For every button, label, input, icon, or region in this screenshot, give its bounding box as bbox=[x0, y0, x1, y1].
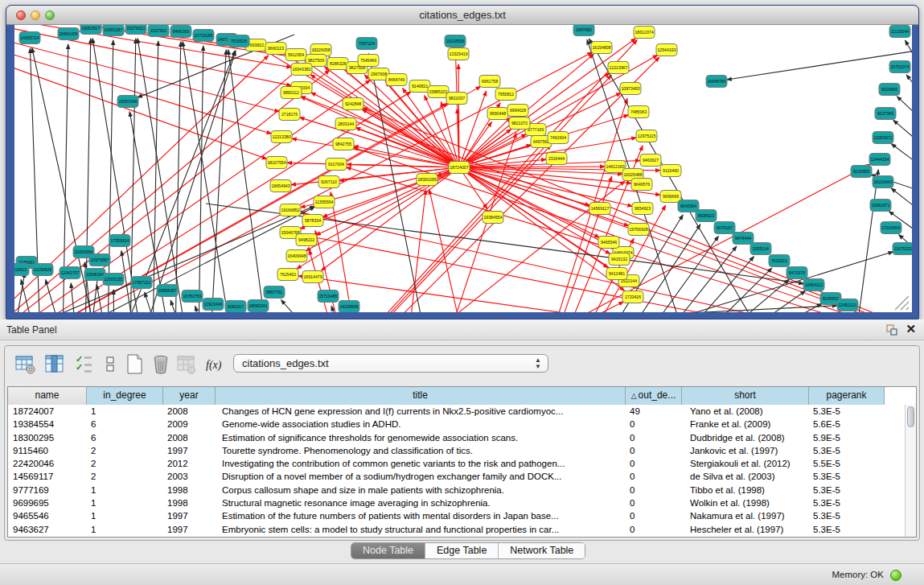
graph-node[interactable]: 15885201 bbox=[428, 86, 449, 98]
graph-node[interactable]: 7632621 bbox=[769, 255, 790, 267]
table-row[interactable]: 977716911998Corpus callosum shape and si… bbox=[8, 484, 905, 496]
table-row[interactable]: 946554611997Estimation of the future num… bbox=[8, 509, 905, 522]
graph-node[interactable]: 9660123 bbox=[265, 43, 286, 55]
graph-edge[interactable] bbox=[281, 300, 322, 312]
graph-edge[interactable] bbox=[211, 50, 226, 312]
graph-node[interactable]: 16648784 bbox=[706, 76, 727, 88]
table-settings-icon[interactable] bbox=[13, 352, 39, 377]
graph-edge[interactable] bbox=[228, 50, 267, 312]
graph-node[interactable]: 18612074 bbox=[634, 27, 655, 39]
graph-node[interactable]: 15751074 bbox=[889, 61, 910, 73]
graph-node[interactable]: 17016504 bbox=[881, 222, 901, 234]
table-scrollbar[interactable] bbox=[905, 405, 916, 537]
graph-node[interactable]: 9842755 bbox=[333, 138, 354, 150]
graph-node[interactable]: 7955812 bbox=[495, 89, 516, 101]
graph-node[interactable]: 8471676 bbox=[786, 267, 807, 279]
delete-table-icon[interactable] bbox=[148, 352, 174, 377]
network-canvas[interactable]: 7663822966012359129541822605898275091654… bbox=[14, 25, 912, 312]
graph-node[interactable]: 9890112 bbox=[281, 87, 302, 99]
graph-node[interactable]: 9227343 bbox=[875, 108, 896, 120]
column-header-pagerank[interactable]: pagerank bbox=[809, 387, 885, 405]
graph-node[interactable]: 18090341 bbox=[248, 300, 269, 312]
graph-node[interactable]: 18107554 bbox=[266, 157, 287, 169]
graph-node[interactable]: 10719185 bbox=[193, 30, 214, 42]
table-row[interactable]: 1872400712008Changes of HCN gene express… bbox=[8, 405, 905, 418]
window-titlebar[interactable]: citations_edges.txt bbox=[6, 6, 918, 25]
graph-node[interactable]: 11355594 bbox=[314, 196, 335, 208]
graph-node[interactable]: 19958187 bbox=[157, 285, 178, 297]
graph-node[interactable]: 9821072 bbox=[509, 117, 530, 130]
graph-node[interactable]: 9654923 bbox=[632, 203, 653, 215]
column-header-out_de[interactable]: △out_de... bbox=[626, 387, 682, 405]
table-row[interactable]: 1456911722003Disruption of a novel membe… bbox=[8, 470, 905, 483]
graph-node[interactable]: 7957224 bbox=[356, 38, 377, 50]
graph-node[interactable]: 8215955 bbox=[851, 166, 872, 178]
graph-node[interactable]: 9699695 bbox=[660, 191, 681, 203]
table-scrollbar-thumb[interactable] bbox=[907, 406, 914, 427]
graph-edge[interactable] bbox=[906, 75, 912, 101]
graph-node[interactable]: 7545466 bbox=[358, 55, 379, 67]
graph-edge[interactable] bbox=[429, 190, 499, 312]
graph-node[interactable]: 15276021 bbox=[125, 25, 146, 35]
graph-edge[interactable] bbox=[199, 46, 203, 312]
graph-edge[interactable] bbox=[891, 188, 912, 216]
attribute-batch-icon[interactable]: ✓✓ bbox=[72, 352, 98, 377]
graph-node[interactable]: 11675331 bbox=[893, 243, 912, 255]
graph-node[interactable]: 9117004 bbox=[326, 159, 347, 171]
graph-node[interactable]: 9474444 bbox=[733, 233, 754, 245]
graph-node[interactable]: 14569117 bbox=[589, 203, 610, 215]
canvas-resize-handle[interactable] bbox=[895, 296, 909, 310]
graph-node[interactable]: 9267110 bbox=[318, 176, 339, 188]
graph-node[interactable]: 9242848 bbox=[343, 98, 363, 110]
column-header-in_degree[interactable]: in_degree bbox=[87, 387, 163, 405]
column-header-name[interactable]: name bbox=[8, 387, 87, 405]
table-source-dropdown[interactable]: citations_edges.txt ▲▼ bbox=[233, 354, 548, 373]
graph-node[interactable]: 8454749 bbox=[386, 74, 407, 86]
graph-node[interactable]: 1733426 bbox=[622, 291, 643, 303]
graph-node[interactable]: 3919913 bbox=[14, 264, 29, 276]
graph-node[interactable]: 13325419 bbox=[448, 48, 469, 60]
graph-node[interactable]: 18300295 bbox=[417, 174, 437, 186]
table-row[interactable]: 1938455462009Genome-wide association stu… bbox=[8, 418, 905, 431]
graph-node[interactable]: 1527602 bbox=[148, 25, 169, 37]
graph-node[interactable]: 9329966 bbox=[879, 84, 900, 96]
graph-node[interactable]: 2935114 bbox=[750, 243, 771, 255]
graph-node[interactable]: 2718176 bbox=[279, 109, 300, 121]
graph-edge[interactable] bbox=[299, 117, 459, 167]
column-header-year[interactable]: year bbox=[163, 387, 216, 405]
graph-node[interactable]: 6961758 bbox=[479, 76, 500, 88]
graph-node[interactable]: 9857791 bbox=[264, 286, 285, 299]
graph-node[interactable]: 16782759 bbox=[182, 290, 203, 303]
graph-node[interactable]: 9498222 bbox=[296, 234, 317, 246]
graph-node[interactable]: 8938923 bbox=[696, 210, 717, 222]
graph-edge[interactable] bbox=[108, 40, 113, 312]
graph-node[interactable]: 29053346 bbox=[117, 96, 138, 108]
graph-node[interactable]: 14238695 bbox=[339, 301, 359, 313]
graph-node[interactable]: 10973493 bbox=[620, 83, 641, 95]
graph-edge[interactable] bbox=[14, 103, 448, 312]
graph-node[interactable]: 16914479 bbox=[302, 271, 323, 283]
close-panel-icon[interactable]: ✕ bbox=[906, 322, 916, 336]
graph-node[interactable]: 8466160 bbox=[170, 26, 191, 38]
table-row[interactable]: 2242004622012Investigating the contribut… bbox=[8, 457, 905, 470]
graph-node[interactable]: 7515526 bbox=[228, 35, 249, 47]
graph-edge[interactable] bbox=[331, 192, 387, 312]
graph-node[interactable]: 9640954 bbox=[678, 200, 699, 212]
graph-edge[interactable] bbox=[692, 268, 772, 312]
graph-node[interactable]: 16154808 bbox=[591, 42, 612, 54]
column-header-short[interactable]: short bbox=[682, 387, 809, 405]
function-builder-icon[interactable]: f(x) bbox=[203, 352, 228, 377]
graph-node[interactable]: 9415132 bbox=[609, 253, 630, 266]
row-tools-icon[interactable] bbox=[98, 352, 124, 377]
graph-edge[interactable] bbox=[387, 190, 425, 312]
graph-node[interactable]: 19756928 bbox=[628, 224, 649, 236]
tab-edge-table[interactable]: Edge Table bbox=[425, 543, 499, 558]
graph-edge[interactable] bbox=[113, 290, 114, 312]
graph-node[interactable]: 10975887 bbox=[89, 254, 110, 266]
graph-node[interactable]: 10655287 bbox=[103, 25, 124, 36]
graph-node[interactable]: 7625402 bbox=[277, 269, 298, 281]
graph-node[interactable]: 8186328 bbox=[327, 58, 348, 70]
table-row[interactable]: 911546021997Tourette syndrome. Phenomeno… bbox=[8, 444, 905, 457]
table-row[interactable]: 946362711997Embryonic stem cells: a mode… bbox=[8, 523, 905, 536]
graph-node[interactable]: 5912954 bbox=[285, 49, 306, 61]
